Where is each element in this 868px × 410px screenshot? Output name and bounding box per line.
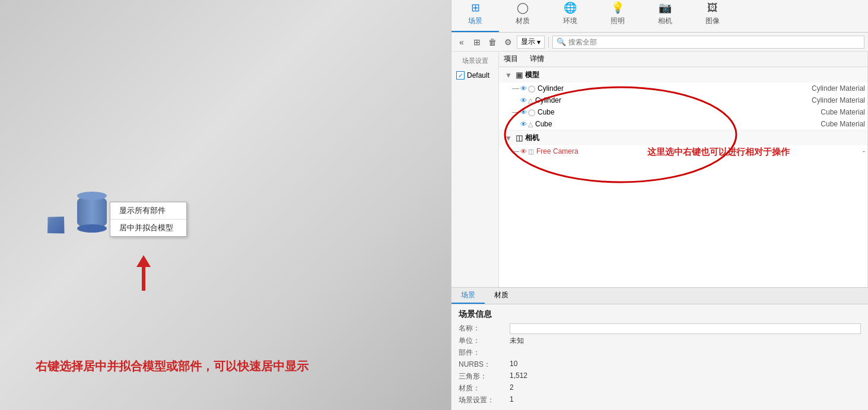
models-icon: ▣: [516, 71, 523, 80]
camera-detail: -: [863, 147, 865, 155]
scene-tree[interactable]: 项目 详情 ▼ ▣ 模型 — 👁 ◯ Cylinder Cylinder Mat…: [499, 52, 868, 287]
scene-settings-sidebar: 场景设置 Default: [452, 52, 499, 287]
viewport-panel[interactable]: 显示所有部件 居中并拟合模型 右键选择居中并拟合模型或部件，可以快速居中显示: [0, 0, 451, 410]
field-triangles-label: 三角形：: [459, 371, 506, 382]
cube-3d: [47, 217, 64, 233]
tab-lighting[interactable]: 💡 照明: [594, 0, 641, 32]
default-checkbox[interactable]: [456, 71, 465, 80]
cylinder1-expand: —: [511, 84, 520, 93]
toolbar-filter-btn[interactable]: ⊞: [470, 36, 484, 49]
image-tab-label: 图像: [705, 16, 720, 26]
toolbar-collapse-btn[interactable]: «: [455, 36, 468, 49]
cylinder1-detail: Cylinder Material: [812, 84, 865, 93]
field-parts-label: 部件：: [459, 348, 506, 358]
toolbar-divider: [548, 37, 549, 47]
field-name-label: 名称：: [459, 323, 506, 334]
toolbar-row: « ⊞ 🗑 ⚙ 显示 ▾ 🔍: [452, 33, 868, 52]
display-dropdown[interactable]: 显示 ▾: [517, 36, 545, 49]
cube1-detail: Cube Material: [821, 108, 865, 116]
field-nurbs-value: 10: [510, 360, 861, 370]
context-menu-item-fit[interactable]: 居中并拟合模型: [110, 220, 186, 236]
display-dropdown-arrow: ▾: [537, 38, 540, 46]
bottom-tab-material[interactable]: 材质: [485, 288, 518, 304]
default-label: Default: [467, 71, 489, 80]
info-title: 场景信息: [459, 309, 861, 320]
field-parts-value: [510, 348, 861, 358]
search-icon: 🔍: [557, 37, 566, 46]
arrow-shaft: [142, 267, 145, 291]
display-dropdown-label: 显示: [521, 37, 535, 47]
bottom-annotation-text: 右键选择居中并拟合模型或部件，可以快速居中显示: [36, 358, 309, 374]
field-scenesets-label: 场景设置：: [459, 395, 506, 405]
tree-col-detail: 详情: [530, 54, 544, 64]
scene-settings-label: 场景设置: [454, 56, 496, 65]
search-box[interactable]: 🔍: [552, 36, 864, 49]
cube2-eye: 👁: [520, 120, 527, 128]
section-cameras[interactable]: ▼ ◫ 相机: [499, 130, 867, 145]
cube1-expand: —: [511, 108, 520, 116]
scene-settings-default[interactable]: Default: [454, 69, 496, 82]
cylinder1-name: Cylinder: [538, 84, 806, 93]
models-label: 模型: [525, 70, 539, 80]
field-materials-value: 2: [510, 383, 861, 393]
content-area: 场景设置 Default 项目 详情 ▼ ▣ 模型: [452, 52, 868, 287]
cube1-name: Cube: [538, 108, 815, 116]
image-tab-icon: 🖼: [707, 2, 718, 14]
tab-env[interactable]: 🌐 环境: [546, 0, 594, 32]
env-tab-icon: 🌐: [564, 1, 577, 14]
field-triangles-value: 1,512: [510, 371, 861, 382]
lighting-tab-icon: 💡: [611, 1, 624, 14]
tree-row-cylinder2[interactable]: 👁 △ Cylinder Cylinder Material: [499, 94, 867, 106]
scene-tab-icon: ⊞: [471, 1, 480, 14]
cameras-label: 相机: [525, 133, 539, 143]
arrow-annotation: [136, 255, 151, 291]
tree-row-cube2[interactable]: 👁 △ Cube Cube Material: [499, 118, 867, 130]
context-menu: 显示所有部件 居中并拟合模型: [110, 202, 187, 237]
search-input[interactable]: [568, 38, 860, 46]
cylinder-3d: [77, 196, 107, 228]
field-nurbs-label: NURBS：: [459, 360, 506, 370]
cylinder1-eye: 👁: [520, 85, 527, 92]
env-tab-label: 环境: [563, 16, 577, 26]
cylinder2-detail: Cylinder Material: [812, 96, 865, 104]
models-expand-icon: ▼: [504, 71, 513, 80]
lighting-tab-label: 照明: [611, 16, 625, 26]
tree-row-cylinder1[interactable]: — 👁 ◯ Cylinder Cylinder Material: [499, 82, 867, 94]
bottom-panel: 场景 材质 场景信息 名称： 单位： 未知 部件： NURBS： 10 三角形：: [452, 287, 868, 410]
cylinder2-eye: 👁: [520, 97, 527, 104]
field-scenesets-value: 1: [510, 395, 861, 405]
tab-image[interactable]: 🖼 图像: [689, 0, 736, 32]
tree-container-wrap: 项目 详情 ▼ ▣ 模型 — 👁 ◯ Cylinder Cylinder Mat…: [499, 52, 868, 287]
tree-col-item: 项目: [504, 54, 518, 64]
tab-scene[interactable]: ⊞ 场景: [452, 0, 499, 32]
camera-eye: 👁: [520, 148, 527, 155]
cameras-expand-icon: ▼: [504, 134, 513, 142]
bottom-tabs: 场景 材质: [452, 288, 868, 304]
scene-tab-label: 场景: [468, 16, 482, 26]
cylinder2-shape: △: [528, 97, 533, 104]
info-grid: 名称： 单位： 未知 部件： NURBS： 10 三角形： 1,512 材质： …: [459, 323, 861, 405]
tab-camera[interactable]: 📷 相机: [641, 0, 689, 32]
camera-tab-label: 相机: [658, 16, 672, 26]
cube1-eye: 👁: [520, 109, 527, 116]
circle-annotation-text: 这里选中右键也可以进行相对于操作: [647, 147, 790, 158]
toolbar-settings-btn[interactable]: ⚙: [501, 36, 514, 49]
info-section: 场景信息 名称： 单位： 未知 部件： NURBS： 10 三角形： 1,512…: [452, 304, 868, 410]
tab-bar: ⊞ 场景 ◯ 材质 🌐 环境 💡 照明 📷 相机 🖼 图像: [452, 0, 868, 33]
bottom-tab-scene[interactable]: 场景: [452, 288, 485, 304]
section-models[interactable]: ▼ ▣ 模型: [499, 67, 867, 82]
context-menu-item-show-all[interactable]: 显示所有部件: [110, 202, 186, 219]
material-tab-label: 材质: [516, 16, 530, 26]
cylinder2-name: Cylinder: [535, 96, 806, 104]
field-unit-label: 单位：: [459, 336, 506, 346]
camera-shape: ◫: [528, 148, 534, 155]
cameras-icon: ◫: [516, 134, 523, 142]
toolbar-delete-btn[interactable]: 🗑: [486, 36, 499, 49]
arrow-head: [136, 255, 151, 267]
field-name-input[interactable]: [510, 323, 861, 334]
tab-material[interactable]: ◯ 材质: [499, 0, 546, 32]
cube2-name: Cube: [535, 120, 815, 128]
tree-header: 项目 详情: [499, 52, 867, 67]
tree-row-cube1[interactable]: — 👁 ◯ Cube Cube Material: [499, 106, 867, 118]
cube2-detail: Cube Material: [821, 120, 865, 128]
